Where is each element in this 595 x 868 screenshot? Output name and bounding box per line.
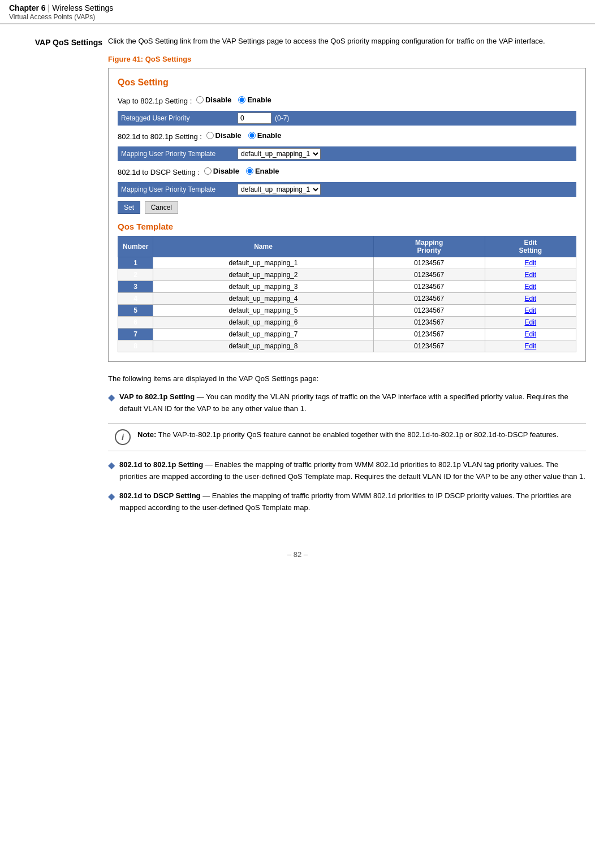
header-separator: |	[48, 3, 50, 12]
vap-enable-radio[interactable]: Enable	[238, 96, 271, 104]
mapping-label-2: Mapping User Priority Template	[121, 185, 234, 193]
header-section: Wireless Settings	[52, 3, 113, 12]
dot1d-setting-row: 802.1d to 802.1p Setting : Disable Enabl…	[118, 131, 576, 141]
bullet-term-2: 802.1d to 802.1p Setting	[119, 460, 203, 469]
table-row: 8 default_up_mapping_8 01234567 Edit	[118, 340, 576, 352]
edit-link[interactable]: Edit	[524, 283, 536, 291]
dot1d-disable-input[interactable]	[206, 132, 214, 139]
retagged-range: (0-7)	[275, 114, 289, 122]
bullet-dot1d: ◆ 802.1d to 802.1p Setting — Enables the…	[108, 459, 586, 483]
edit-link[interactable]: Edit	[524, 259, 536, 267]
description-text: Click the QoS Setting link from the VAP …	[108, 36, 586, 47]
row-number: 5	[118, 304, 153, 316]
table-row: 7 default_up_mapping_7 01234567 Edit	[118, 328, 576, 340]
row-number: 4	[118, 292, 153, 304]
retagged-label: Retagged User Priority	[121, 114, 234, 122]
mapping-row-2: Mapping User Priority Template default_u…	[118, 182, 576, 197]
table-row: 4 default_up_mapping_4 01234567 Edit	[118, 292, 576, 304]
vap-qos-section-title: VAP QoS Settings	[9, 38, 102, 47]
row-priority: 01234567	[373, 328, 485, 340]
bullet-dash-1: —	[197, 392, 206, 401]
bullet-text-2: 802.1d to 802.1p Setting — Enables the m…	[119, 459, 586, 483]
dscp-enable-radio[interactable]: Enable	[246, 167, 279, 175]
dscp-disable-input[interactable]	[204, 167, 212, 175]
col-name: Name	[153, 236, 373, 257]
bullet-text-3: 802.1d to DSCP Setting — Enables the map…	[119, 490, 586, 514]
row-priority: 01234567	[373, 292, 485, 304]
row-priority: 01234567	[373, 304, 485, 316]
mapping-row-1: Mapping User Priority Template default_u…	[118, 146, 576, 161]
bullet-text-1: VAP to 802.1p Setting — You can modify t…	[119, 391, 586, 415]
note-content: The VAP-to-802.1p priority QoS feature c…	[158, 430, 559, 439]
bullet-vap: ◆ VAP to 802.1p Setting — You can modify…	[108, 391, 586, 415]
edit-link[interactable]: Edit	[524, 295, 536, 303]
bullet-diamond-2: ◆	[108, 460, 115, 483]
dot1d-disable-radio[interactable]: Disable	[206, 131, 242, 140]
col-edit: EditSetting	[485, 236, 576, 257]
row-number: 3	[118, 280, 153, 292]
dscp-enable-label: Enable	[255, 167, 279, 175]
left-label-area: VAP QoS Settings	[9, 36, 108, 522]
table-header-row: Number Name MappingPriority EditSetting	[118, 236, 576, 257]
row-priority: 01234567	[373, 316, 485, 328]
table-row: 2 default_up_mapping_2 01234567 Edit	[118, 269, 576, 280]
table-row: 1 default_up_mapping_1 01234567 Edit	[118, 257, 576, 269]
dscp-setting-row: 802.1d to DSCP Setting : Disable Enable	[118, 167, 576, 176]
edit-link[interactable]: Edit	[524, 318, 536, 326]
vap-enable-label: Enable	[247, 96, 271, 104]
dscp-disable-radio[interactable]: Disable	[204, 167, 239, 175]
row-priority: 01234567	[373, 280, 485, 292]
note-label: Note:	[137, 430, 156, 439]
dscp-enable-input[interactable]	[246, 167, 253, 175]
row-edit: Edit	[485, 316, 576, 328]
dot1d-disable-label: Disable	[215, 131, 242, 140]
page-footer: – 82 –	[0, 550, 595, 570]
row-name: default_up_mapping_4	[153, 292, 373, 304]
vap-disable-radio[interactable]: Disable	[196, 96, 231, 104]
mapping-select-2[interactable]: default_up_mapping_1 default_up_mapping_…	[238, 184, 321, 195]
set-button[interactable]: Set	[118, 201, 140, 214]
edit-link[interactable]: Edit	[524, 330, 536, 338]
dscp-setting-label: 802.1d to DSCP Setting :	[118, 168, 200, 176]
vap-setting-row: Vap to 802.1p Setting : Disable Enable	[118, 96, 576, 105]
note-icon: i	[115, 429, 131, 445]
dscp-radio-group: Disable Enable	[204, 167, 279, 175]
qos-template-title: Qos Template	[118, 222, 576, 231]
dot1d-radio-group: Disable Enable	[206, 131, 282, 140]
bullet-dash-2: —	[205, 460, 215, 469]
col-mapping: MappingPriority	[373, 236, 485, 257]
row-priority: 01234567	[373, 257, 485, 269]
note-box: i Note: The VAP-to-802.1p priority QoS f…	[108, 423, 586, 451]
header-subsection: Virtual Access Points (VAPs)	[9, 13, 113, 21]
retagged-row: Retagged User Priority (0-7)	[118, 111, 576, 126]
bullet-term-1: VAP to 802.1p Setting	[119, 392, 195, 401]
dot1d-enable-input[interactable]	[248, 132, 256, 139]
edit-link[interactable]: Edit	[524, 342, 536, 350]
row-name: default_up_mapping_3	[153, 280, 373, 292]
row-number: 2	[118, 269, 153, 280]
dot1d-setting-label: 802.1d to 802.1p Setting :	[118, 132, 202, 141]
bullet-diamond-1: ◆	[108, 392, 115, 415]
main-content: VAP QoS Settings Click the QoS Setting l…	[0, 24, 595, 533]
bullet-term-3: 802.1d to DSCP Setting	[119, 491, 201, 500]
edit-link[interactable]: Edit	[524, 306, 536, 314]
edit-link[interactable]: Edit	[524, 271, 536, 279]
row-number: 8	[118, 340, 153, 352]
vap-enable-input[interactable]	[238, 96, 245, 103]
row-edit: Edit	[485, 280, 576, 292]
table-row: 3 default_up_mapping_3 01234567 Edit	[118, 280, 576, 292]
mapping-select-1[interactable]: default_up_mapping_1 default_up_mapping_…	[238, 148, 321, 159]
note-text: Note: The VAP-to-802.1p priority QoS fea…	[137, 429, 558, 441]
row-priority: 01234567	[373, 340, 485, 352]
bullet-diamond-3: ◆	[108, 491, 115, 514]
table-row: 5 default_up_mapping_5 01234567 Edit	[118, 304, 576, 316]
row-name: default_up_mapping_2	[153, 269, 373, 280]
vap-setting-label: Vap to 802.1p Setting :	[118, 97, 192, 105]
vap-disable-input[interactable]	[196, 96, 204, 103]
row-priority: 01234567	[373, 269, 485, 280]
cancel-button[interactable]: Cancel	[145, 201, 178, 214]
vap-disable-label: Disable	[205, 96, 231, 104]
row-edit: Edit	[485, 292, 576, 304]
dot1d-enable-radio[interactable]: Enable	[248, 131, 282, 140]
retagged-input[interactable]	[238, 113, 271, 124]
